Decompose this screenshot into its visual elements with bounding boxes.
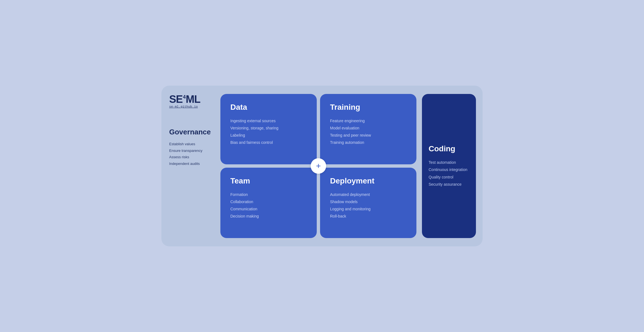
governance-item-4: Independent audits: [169, 161, 215, 167]
team-item-3: Communication: [230, 206, 307, 212]
logo-se: SE: [169, 94, 183, 104]
governance-title: Governance: [169, 128, 215, 136]
team-list: Formation Collaboration Communication De…: [230, 191, 307, 219]
data-item-3: Labeling: [230, 132, 307, 139]
deployment-item-1: Automated deployment: [330, 191, 406, 198]
training-item-3: Testing and peer review: [330, 132, 406, 139]
deployment-cell: Deployment Automated deployment Shadow m…: [320, 168, 416, 238]
training-item-4: Training automation: [330, 139, 406, 146]
deployment-title: Deployment: [330, 177, 406, 185]
team-item-2: Collaboration: [230, 199, 307, 205]
plus-circle: +: [311, 158, 326, 174]
governance-item-1: Establish values: [169, 141, 215, 147]
coding-item-3: Quality control: [429, 174, 469, 180]
data-item-1: Ingesting external sources: [230, 118, 307, 124]
deployment-list: Automated deployment Shadow models Loggi…: [330, 191, 406, 219]
governance-section: Governance Establish values Ensure trans…: [169, 128, 215, 166]
team-title: Team: [230, 177, 307, 185]
coding-title: Coding: [429, 144, 469, 153]
coding-item-2: Continuous integration: [429, 167, 469, 173]
training-item-1: Feature engineering: [330, 118, 406, 124]
deployment-item-4: Roll-back: [330, 213, 406, 219]
governance-item-3: Assess risks: [169, 154, 215, 160]
coding-item-4: Security assurance: [429, 181, 469, 188]
team-cell: Team Formation Collaboration Communicati…: [220, 168, 317, 238]
team-item-1: Formation: [230, 191, 307, 198]
data-title: Data: [230, 103, 307, 112]
coding-list: Test automation Continuous integration Q…: [429, 159, 469, 187]
center-grid-wrapper: Data Ingesting external sources Versioni…: [220, 94, 416, 238]
logo-area: SE 4 ML se-ml.github.io: [169, 94, 215, 108]
logo-sup: 4: [183, 95, 186, 99]
data-cell: Data Ingesting external sources Versioni…: [220, 94, 317, 164]
data-item-4: Bias and fairness control: [230, 139, 307, 146]
right-sidebar: Coding Test automation Continuous integr…: [422, 94, 476, 238]
training-list: Feature engineering Model evaluation Tes…: [330, 118, 406, 146]
deployment-item-2: Shadow models: [330, 199, 406, 205]
data-item-2: Versioning, storage, sharing: [230, 125, 307, 131]
governance-item-2: Ensure transparency: [169, 148, 215, 154]
training-title: Training: [330, 103, 406, 112]
coding-item-1: Test automation: [429, 159, 469, 166]
main-container: SE 4 ML se-ml.github.io Governance Estab…: [161, 86, 483, 246]
training-item-2: Model evaluation: [330, 125, 406, 131]
deployment-item-3: Logging and monitoring: [330, 206, 406, 212]
governance-list: Establish values Ensure transparency Ass…: [169, 141, 215, 166]
team-item-4: Decision making: [230, 213, 307, 219]
sidebar: SE 4 ML se-ml.github.io Governance Estab…: [169, 94, 215, 238]
logo: SE 4 ML: [169, 94, 215, 104]
logo-url: se-ml.github.io: [169, 105, 215, 108]
logo-ml: ML: [186, 94, 200, 104]
data-list: Ingesting external sources Versioning, s…: [230, 118, 307, 146]
training-cell: Training Feature engineering Model evalu…: [320, 94, 416, 164]
